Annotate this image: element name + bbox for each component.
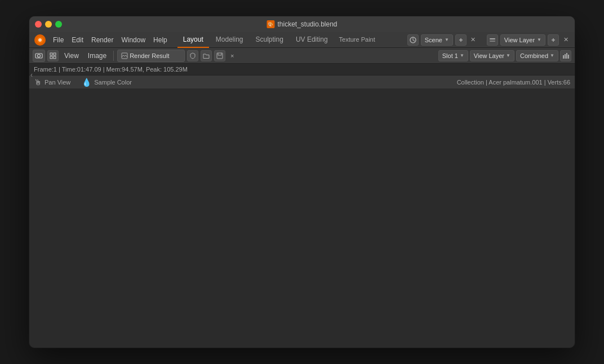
render-result-label: Render Result — [130, 52, 169, 59]
tab-modeling[interactable]: Modeling — [210, 32, 249, 48]
sample-color-status: 💧 Sample Color — [82, 78, 132, 87]
view-menu[interactable]: View — [61, 51, 82, 61]
combined-dropdown[interactable]: Combined ▼ — [516, 50, 558, 61]
svg-rect-4 — [490, 38, 495, 39]
image-menu[interactable]: Image — [85, 51, 110, 61]
menu-bar: File Edit Render Window Help Layout Mode… — [29, 32, 575, 48]
combined-chevron: ▼ — [550, 53, 554, 58]
view-layer-chevron: ▼ — [537, 37, 541, 42]
svg-rect-11 — [54, 56, 56, 59]
slot-chevron: ▼ — [460, 53, 464, 58]
tab-layout[interactable]: Layout — [177, 32, 209, 48]
svg-point-2 — [38, 38, 42, 42]
tab-texture-paint[interactable]: Texture Paint — [335, 32, 380, 48]
histogram-icon[interactable] — [560, 50, 571, 61]
view-layer-render-dropdown[interactable]: View Layer ▼ — [470, 50, 514, 61]
collection-info-label: Collection | Acer palmatum.001 | Verts:6… — [457, 79, 570, 86]
svg-rect-16 — [566, 53, 567, 59]
svg-rect-15 — [565, 54, 566, 59]
view-layer-dropdown[interactable]: View Layer ▼ — [500, 34, 545, 46]
close-button[interactable] — [35, 21, 42, 28]
blender-logo-icon — [34, 34, 46, 46]
render-header-bar: View Image Render Result × Slot 1 ▼ View… — [29, 48, 575, 64]
menu-file[interactable]: File — [50, 35, 67, 45]
menu-render[interactable]: Render — [88, 35, 117, 45]
traffic-lights[interactable] — [35, 21, 62, 28]
left-panel-toggle[interactable]: ‹ — [29, 69, 34, 81]
frame-info: Frame:1 | Time:01:47.09 | Mem:94.57M, Pe… — [34, 66, 188, 73]
title-text: thicket_studio.blend — [277, 20, 337, 28]
mouse-middle-icon: 🖱 — [34, 78, 42, 87]
svg-point-7 — [38, 54, 41, 57]
svg-rect-10 — [50, 56, 52, 59]
image-icon — [121, 52, 128, 59]
svg-rect-14 — [563, 55, 564, 59]
maximize-button[interactable] — [55, 21, 62, 28]
camera-type-icon[interactable] — [33, 50, 45, 62]
window-title: 🎨 thicket_studio.blend — [267, 20, 337, 28]
collection-info-status: Collection | Acer palmatum.001 | Verts:6… — [457, 79, 570, 86]
blend-file-icon: 🎨 — [267, 20, 274, 28]
scene-icon-btn[interactable] — [407, 34, 419, 46]
render-result-close-icon[interactable]: × — [228, 51, 237, 60]
scene-dropdown-chevron: ▼ — [445, 37, 449, 42]
color-sample-icon: 💧 — [82, 78, 91, 87]
save-icon[interactable] — [214, 50, 225, 61]
view-mode-icon[interactable] — [47, 50, 59, 61]
info-bar: Frame:1 | Time:01:47.09 | Mem:94.57M, Pe… — [29, 64, 575, 75]
view-layer-close-icon[interactable]: ✕ — [561, 35, 570, 45]
render-controls: Slot 1 ▼ View Layer ▼ Combined ▼ — [438, 50, 571, 61]
status-bar: 🖱 Pan View 💧 Sample Color Collection | A… — [29, 75, 575, 88]
svg-rect-5 — [490, 41, 495, 42]
view-layer-add-icon[interactable] — [548, 34, 559, 46]
scene-close-icon[interactable]: ✕ — [469, 35, 478, 45]
svg-rect-9 — [54, 53, 56, 55]
sample-color-label: Sample Color — [94, 79, 132, 86]
menu-help[interactable]: Help — [150, 35, 171, 45]
slot-dropdown[interactable]: Slot 1 ▼ — [438, 50, 468, 61]
shield-icon[interactable] — [187, 50, 198, 61]
pan-view-status: 🖱 Pan View — [34, 78, 70, 87]
view-layer-icon-btn[interactable] — [487, 34, 498, 46]
menu-edit[interactable]: Edit — [68, 35, 87, 45]
title-bar: 🎨 thicket_studio.blend — [29, 16, 575, 32]
minimize-button[interactable] — [45, 21, 52, 28]
tab-uv-editing[interactable]: UV Editing — [290, 32, 334, 48]
folder-icon[interactable] — [201, 50, 212, 61]
menu-window[interactable]: Window — [118, 35, 149, 45]
pan-view-label: Pan View — [45, 79, 70, 86]
scene-dropdown[interactable]: Scene ▼ — [421, 34, 453, 46]
tab-sculpting[interactable]: Sculpting — [250, 32, 289, 48]
svg-rect-17 — [568, 55, 569, 59]
scene-add-icon[interactable] — [455, 34, 467, 46]
view-layer-render-chevron: ▼ — [506, 53, 510, 58]
svg-rect-8 — [50, 53, 52, 55]
